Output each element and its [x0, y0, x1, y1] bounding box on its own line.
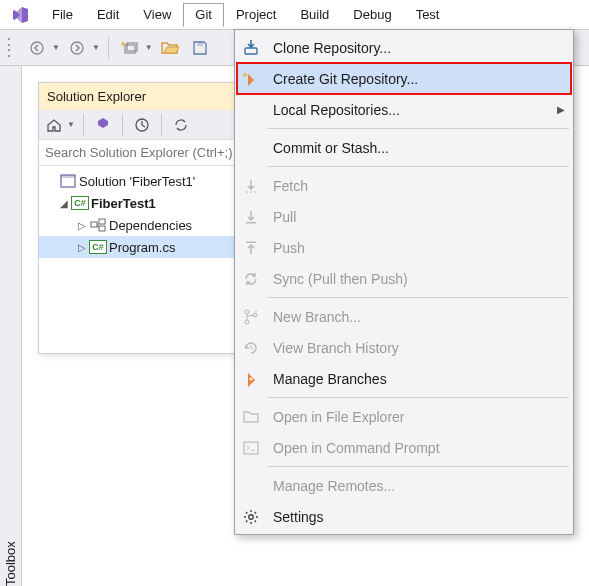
git-settings-item[interactable]: Settings	[237, 501, 571, 532]
git-remotes-label: Manage Remotes...	[273, 478, 565, 494]
chevron-down-icon[interactable]: ▼	[52, 43, 60, 52]
sync-icon[interactable]	[170, 114, 192, 136]
solution-explorer-panel: Solution Explorer ▼ Solution 'FiberTest1…	[38, 82, 244, 354]
new-item-button[interactable]	[117, 35, 143, 61]
git-fetch-label: Fetch	[273, 178, 565, 194]
push-icon	[239, 237, 263, 259]
expand-twisty-icon[interactable]: ▷	[75, 220, 89, 231]
git-pull-item[interactable]: Pull	[237, 201, 571, 232]
git-push-item[interactable]: Push	[237, 232, 571, 263]
blank-icon	[239, 99, 263, 121]
solution-tree: Solution 'FiberTest1' ◢ C# FiberTest1 ▷ …	[39, 166, 243, 353]
solution-search-input[interactable]	[39, 145, 243, 160]
svg-point-1	[71, 42, 83, 54]
chevron-down-icon[interactable]: ▼	[145, 43, 153, 52]
menu-test[interactable]: Test	[404, 3, 452, 26]
menu-file[interactable]: File	[40, 3, 85, 26]
menu-view[interactable]: View	[131, 3, 183, 26]
git-open-cmd-label: Open in Command Prompt	[273, 440, 565, 456]
svg-point-0	[31, 42, 43, 54]
solution-explorer-toolbar: ▼	[39, 110, 243, 140]
git-sync-label: Sync (Pull then Push)	[273, 271, 565, 287]
create-repo-icon	[239, 68, 263, 90]
sync-icon	[239, 268, 263, 290]
git-push-label: Push	[273, 240, 565, 256]
git-local-repos-label: Local Repositories...	[273, 102, 547, 118]
git-new-branch-label: New Branch...	[273, 309, 565, 325]
svg-point-15	[245, 320, 249, 324]
home-icon[interactable]	[43, 114, 65, 136]
svg-rect-12	[246, 222, 256, 224]
svg-rect-11	[245, 48, 257, 54]
git-sync-item[interactable]: Sync (Pull then Push)	[237, 263, 571, 294]
svg-point-19	[249, 514, 253, 518]
svg-rect-18	[244, 442, 258, 454]
svg-point-17	[250, 377, 253, 380]
blank-icon	[239, 137, 263, 159]
git-manage-branches-label: Manage Branches	[273, 371, 565, 387]
toolbar-grip-icon	[8, 37, 14, 59]
program-file-node[interactable]: ▷ C# Program.cs	[39, 236, 243, 258]
git-new-branch-item[interactable]: New Branch...	[237, 301, 571, 332]
folder-icon	[239, 406, 263, 428]
terminal-icon	[239, 437, 263, 459]
fetch-icon	[239, 175, 263, 197]
git-local-repos-item[interactable]: Local Repositories... ▶	[237, 94, 571, 125]
pending-changes-icon[interactable]	[131, 114, 153, 136]
git-open-explorer-item[interactable]: Open in File Explorer	[237, 401, 571, 432]
git-create-repo-item[interactable]: Create Git Repository...	[237, 63, 571, 94]
dependencies-node[interactable]: ▷ Dependencies	[39, 214, 243, 236]
menu-build[interactable]: Build	[288, 3, 341, 26]
toolbox-panel-tab[interactable]: Toolbox	[0, 66, 22, 586]
new-branch-icon	[239, 306, 263, 328]
project-label: FiberTest1	[91, 196, 156, 211]
git-history-label: View Branch History	[273, 340, 565, 356]
dependencies-icon	[89, 217, 107, 233]
git-commit-label: Commit or Stash...	[273, 140, 565, 156]
toolbox-label: Toolbox	[3, 74, 18, 586]
expand-twisty-icon[interactable]: ▷	[75, 242, 89, 253]
collapse-twisty-icon[interactable]: ◢	[57, 198, 71, 209]
csharp-file-icon: C#	[89, 239, 107, 255]
chevron-down-icon[interactable]: ▼	[92, 43, 100, 52]
blank-icon	[239, 475, 263, 497]
git-history-item[interactable]: View Branch History	[237, 332, 571, 363]
clone-icon	[239, 37, 263, 59]
git-create-repo-label: Create Git Repository...	[273, 71, 565, 87]
menu-separator	[267, 397, 569, 398]
save-button[interactable]	[187, 35, 213, 61]
git-remotes-item[interactable]: Manage Remotes...	[237, 470, 571, 501]
git-fetch-item[interactable]: Fetch	[237, 170, 571, 201]
git-manage-branches-item[interactable]: Manage Branches	[237, 363, 571, 394]
menu-edit[interactable]: Edit	[85, 3, 131, 26]
project-node[interactable]: ◢ C# FiberTest1	[39, 192, 243, 214]
git-open-cmd-item[interactable]: Open in Command Prompt	[237, 432, 571, 463]
git-settings-label: Settings	[273, 509, 565, 525]
git-commit-item[interactable]: Commit or Stash...	[237, 132, 571, 163]
menu-separator	[267, 128, 569, 129]
vs-logo-icon	[10, 4, 32, 26]
solution-icon	[59, 173, 77, 189]
chevron-down-icon[interactable]: ▼	[67, 120, 75, 129]
menu-project[interactable]: Project	[224, 3, 288, 26]
nav-back-button[interactable]	[24, 35, 50, 61]
svg-point-14	[245, 310, 249, 314]
dependencies-label: Dependencies	[109, 218, 192, 233]
csharp-icon: C#	[71, 195, 89, 211]
solution-search[interactable]	[39, 140, 243, 166]
gear-icon	[239, 506, 263, 528]
manage-branches-icon	[239, 368, 263, 390]
git-clone-label: Clone Repository...	[273, 40, 565, 56]
menu-separator	[267, 166, 569, 167]
menu-git[interactable]: Git	[183, 3, 224, 27]
git-clone-item[interactable]: Clone Repository...	[237, 32, 571, 63]
solution-node[interactable]: Solution 'FiberTest1'	[39, 170, 243, 192]
svg-rect-10	[99, 226, 105, 231]
nav-forward-button[interactable]	[64, 35, 90, 61]
open-button[interactable]	[157, 35, 183, 61]
git-open-explorer-label: Open in File Explorer	[273, 409, 565, 425]
solution-label: Solution 'FiberTest1'	[79, 174, 195, 189]
switch-views-icon[interactable]	[92, 114, 114, 136]
menu-debug[interactable]: Debug	[341, 3, 403, 26]
submenu-arrow-icon: ▶	[557, 104, 565, 115]
